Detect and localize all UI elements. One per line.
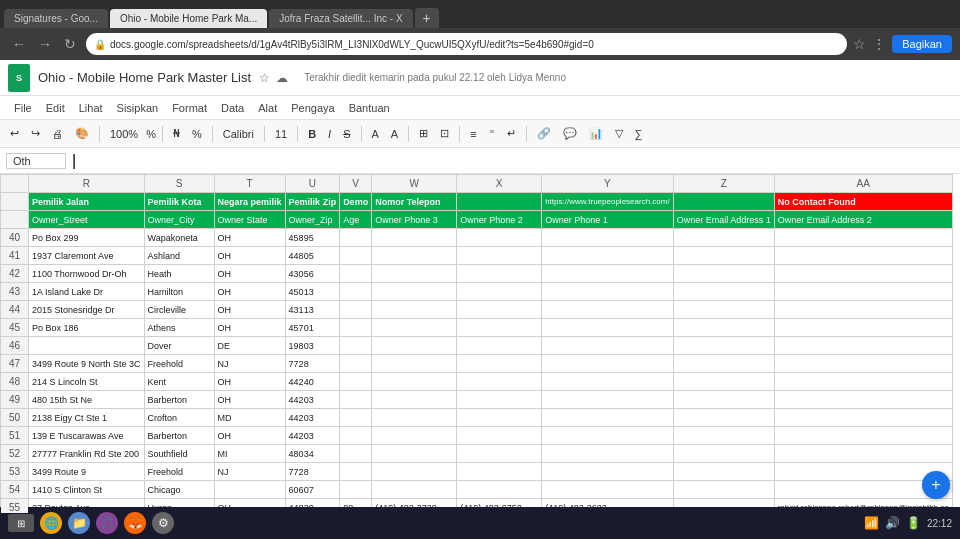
cell-40-r[interactable]: Po Box 299 [29, 229, 145, 247]
cell-46-y[interactable] [542, 337, 674, 355]
cell-40-u[interactable]: 45895 [285, 229, 340, 247]
cell-45-z[interactable] [673, 319, 774, 337]
tab-jofra[interactable]: Jofra Fraza Satellit... Inc - X [269, 9, 412, 28]
italic-btn[interactable]: I [324, 126, 335, 142]
cell-50-u[interactable]: 44203 [285, 409, 340, 427]
cell-42-y[interactable] [542, 265, 674, 283]
cell-s-h2[interactable]: Owner_City [144, 211, 214, 229]
cell-49-u[interactable]: 44203 [285, 391, 340, 409]
cell-52-r[interactable]: 27777 Franklin Rd Ste 200 [29, 445, 145, 463]
tab-spreadsheet[interactable]: Ohio - Mobile Home Park Ma... [110, 9, 267, 28]
cell-52-t[interactable]: MI [214, 445, 285, 463]
cell-46-r[interactable] [29, 337, 145, 355]
cell-43-y[interactable] [542, 283, 674, 301]
cell-44-v[interactable] [340, 301, 372, 319]
cell-52-u[interactable]: 48034 [285, 445, 340, 463]
cell-47-w[interactable] [372, 355, 457, 373]
cell-49-aa[interactable] [774, 391, 952, 409]
undo-btn[interactable]: ↩ [6, 125, 23, 142]
cell-53-y[interactable] [542, 463, 674, 481]
cell-50-aa[interactable] [774, 409, 952, 427]
comment-btn[interactable]: 💬 [559, 125, 581, 142]
cell-46-u[interactable]: 19803 [285, 337, 340, 355]
taskbar-music-icon[interactable]: 🎵 [96, 512, 118, 534]
cell-43-s[interactable]: Hamilton [144, 283, 214, 301]
cell-53-w[interactable] [372, 463, 457, 481]
cell-reference[interactable] [6, 153, 66, 169]
cell-49-t[interactable]: OH [214, 391, 285, 409]
cell-45-t[interactable]: OH [214, 319, 285, 337]
cell-x-h1[interactable] [457, 193, 542, 211]
bold-btn[interactable]: B [304, 126, 320, 142]
address-bar[interactable]: 🔒 docs.google.com/spreadsheets/d/1gAv4tR… [86, 33, 847, 55]
cell-47-u[interactable]: 7728 [285, 355, 340, 373]
cell-46-aa[interactable] [774, 337, 952, 355]
cell-48-y[interactable] [542, 373, 674, 391]
cell-47-v[interactable] [340, 355, 372, 373]
cell-50-x[interactable] [457, 409, 542, 427]
cell-40-v[interactable] [340, 229, 372, 247]
cell-49-r[interactable]: 480 15th St Ne [29, 391, 145, 409]
chart-btn[interactable]: 📊 [585, 125, 607, 142]
currency-btn[interactable]: ₦ [169, 125, 184, 142]
cell-43-w[interactable] [372, 283, 457, 301]
cell-y-h1[interactable]: https://www.truepeoplesearch.com/ [542, 193, 674, 211]
cell-41-w[interactable] [372, 247, 457, 265]
cell-41-y[interactable] [542, 247, 674, 265]
cell-44-t[interactable]: OH [214, 301, 285, 319]
cell-41-u[interactable]: 44805 [285, 247, 340, 265]
cell-50-y[interactable] [542, 409, 674, 427]
menu-view[interactable]: Lihat [73, 100, 109, 116]
menu-insert[interactable]: Sisipkan [111, 100, 165, 116]
cell-44-z[interactable] [673, 301, 774, 319]
cell-48-s[interactable]: Kent [144, 373, 214, 391]
menu-data[interactable]: Data [215, 100, 250, 116]
cell-51-r[interactable]: 139 E Tuscarawas Ave [29, 427, 145, 445]
cell-50-t[interactable]: MD [214, 409, 285, 427]
cell-48-x[interactable] [457, 373, 542, 391]
menu-tools[interactable]: Alat [252, 100, 283, 116]
cell-53-r[interactable]: 3499 Route 9 [29, 463, 145, 481]
cell-41-s[interactable]: Ashland [144, 247, 214, 265]
cell-47-t[interactable]: NJ [214, 355, 285, 373]
cell-43-r[interactable]: 1A Island Lake Dr [29, 283, 145, 301]
cell-51-w[interactable] [372, 427, 457, 445]
cell-53-z[interactable] [673, 463, 774, 481]
cell-40-z[interactable] [673, 229, 774, 247]
cell-47-x[interactable] [457, 355, 542, 373]
cell-51-v[interactable] [340, 427, 372, 445]
cell-47-z[interactable] [673, 355, 774, 373]
function-btn[interactable]: ∑ [631, 126, 647, 142]
paint-btn[interactable]: 🎨 [71, 125, 93, 142]
cell-54-y[interactable] [542, 481, 674, 499]
cell-48-aa[interactable] [774, 373, 952, 391]
back-btn[interactable]: ← [8, 34, 30, 54]
cell-40-aa[interactable] [774, 229, 952, 247]
borders-btn[interactable]: ⊞ [415, 125, 432, 142]
cell-49-y[interactable] [542, 391, 674, 409]
cell-40-y[interactable] [542, 229, 674, 247]
refresh-btn[interactable]: ↻ [60, 34, 80, 54]
cell-43-u[interactable]: 45013 [285, 283, 340, 301]
cell-t-h2[interactable]: Owner State [214, 211, 285, 229]
taskbar-files-icon[interactable]: 📁 [68, 512, 90, 534]
share-button[interactable]: Bagikan [892, 35, 952, 53]
cell-r-h2[interactable]: Owner_Street [29, 211, 145, 229]
cell-43-aa[interactable] [774, 283, 952, 301]
cell-44-x[interactable] [457, 301, 542, 319]
cell-46-w[interactable] [372, 337, 457, 355]
cell-41-v[interactable] [340, 247, 372, 265]
cell-45-x[interactable] [457, 319, 542, 337]
cell-51-aa[interactable] [774, 427, 952, 445]
cell-43-t[interactable]: OH [214, 283, 285, 301]
cell-45-w[interactable] [372, 319, 457, 337]
cell-49-s[interactable]: Barberton [144, 391, 214, 409]
cell-w-h1[interactable]: Nomor Telepon [372, 193, 457, 211]
strikethrough-btn[interactable]: S [339, 126, 354, 142]
cell-45-u[interactable]: 45701 [285, 319, 340, 337]
cell-51-x[interactable] [457, 427, 542, 445]
cell-40-t[interactable]: OH [214, 229, 285, 247]
cell-u-h1[interactable]: Pemilik Zip [285, 193, 340, 211]
cell-44-r[interactable]: 2015 Stonesridge Dr [29, 301, 145, 319]
cell-51-z[interactable] [673, 427, 774, 445]
